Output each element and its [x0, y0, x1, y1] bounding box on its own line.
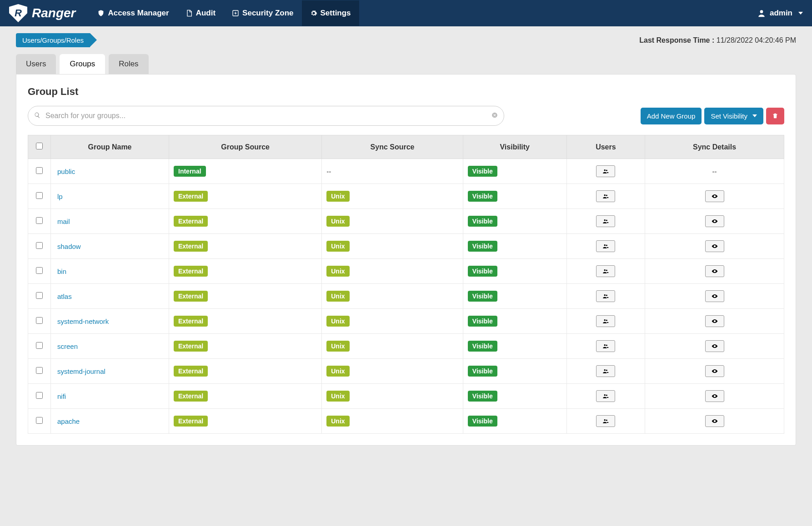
sync-details-button[interactable]: [705, 365, 724, 377]
row-checkbox[interactable]: [36, 417, 43, 424]
group-name-link[interactable]: screen: [57, 342, 78, 350]
row-checkbox[interactable]: [36, 192, 43, 199]
tab-roles[interactable]: Roles: [109, 54, 148, 74]
row-checkbox[interactable]: [36, 367, 43, 374]
user-icon: [757, 9, 766, 18]
user-menu[interactable]: admin: [757, 9, 803, 18]
group-source-badge: External: [174, 191, 208, 202]
sync-details-button[interactable]: [705, 190, 724, 202]
brand-text: Ranger: [32, 6, 75, 20]
eye-icon: [711, 393, 719, 399]
add-new-group-button[interactable]: Add New Group: [641, 108, 702, 124]
table-row: mailExternalUnixVisible: [28, 209, 784, 234]
header-group-source: Group Source: [169, 135, 322, 159]
view-users-button[interactable]: [596, 340, 615, 352]
row-checkbox[interactable]: [36, 167, 43, 174]
view-users-button[interactable]: [596, 215, 615, 227]
row-checkbox[interactable]: [36, 217, 43, 224]
groups-table: Group Name Group Source Sync Source Visi…: [28, 135, 784, 434]
nav-item-audit[interactable]: Audit: [177, 0, 224, 26]
group-name-link[interactable]: apache: [57, 417, 80, 425]
group-source-badge: External: [174, 316, 208, 327]
sync-details-button[interactable]: [705, 215, 724, 227]
users-icon: [601, 218, 610, 224]
group-source-badge: External: [174, 341, 208, 352]
file-icon: [185, 10, 193, 17]
user-label: admin: [770, 9, 792, 18]
sync-source-badge: Unix: [326, 216, 349, 227]
search-icon: [34, 112, 40, 120]
sync-details-button[interactable]: [705, 390, 724, 402]
table-row: atlasExternalUnixVisible: [28, 284, 784, 309]
sync-details-button[interactable]: [705, 415, 724, 427]
delete-button[interactable]: [766, 108, 784, 124]
table-row: systemd-networkExternalUnixVisible: [28, 309, 784, 334]
nav-item-settings[interactable]: Settings: [302, 0, 359, 26]
sync-details-button[interactable]: [705, 290, 724, 302]
view-users-button[interactable]: [596, 290, 615, 302]
sync-source-value: --: [326, 168, 331, 175]
table-row: publicInternal--Visible--: [28, 159, 784, 184]
row-checkbox[interactable]: [36, 317, 43, 324]
row-checkbox[interactable]: [36, 392, 43, 399]
group-source-badge: External: [174, 366, 208, 377]
nav-item-access-manager[interactable]: Access Manager: [89, 0, 177, 26]
view-users-button[interactable]: [596, 415, 615, 427]
sync-details-button[interactable]: [705, 315, 724, 327]
search-input[interactable]: [28, 106, 504, 126]
group-name-link[interactable]: systemd-journal: [57, 367, 105, 375]
users-icon: [601, 268, 610, 274]
sync-details-value: --: [712, 168, 717, 175]
row-checkbox[interactable]: [36, 242, 43, 249]
caret-down-icon: [752, 114, 757, 117]
brand[interactable]: R Ranger: [9, 4, 75, 22]
row-checkbox[interactable]: [36, 292, 43, 299]
group-name-link[interactable]: nifi: [57, 392, 66, 400]
sync-details-button[interactable]: [705, 265, 724, 277]
row-checkbox[interactable]: [36, 342, 43, 349]
tab-users[interactable]: Users: [16, 54, 56, 74]
row-checkbox[interactable]: [36, 267, 43, 274]
table-row: apacheExternalUnixVisible: [28, 409, 784, 434]
tab-groups[interactable]: Groups: [60, 54, 105, 74]
view-users-button[interactable]: [596, 365, 615, 377]
sync-source-badge: Unix: [326, 191, 349, 202]
nav-item-security-zone[interactable]: Security Zone: [224, 0, 301, 26]
view-users-button[interactable]: [596, 240, 615, 252]
view-users-button[interactable]: [596, 315, 615, 327]
table-row: screenExternalUnixVisible: [28, 334, 784, 359]
sync-details-button[interactable]: [705, 340, 724, 352]
view-users-button[interactable]: [596, 265, 615, 277]
users-icon: [601, 293, 610, 299]
eye-icon: [711, 243, 719, 249]
sync-details-button[interactable]: [705, 240, 724, 252]
group-name-link[interactable]: mail: [57, 218, 70, 225]
select-all-checkbox[interactable]: [36, 143, 43, 149]
view-users-button[interactable]: [596, 190, 615, 202]
group-name-link[interactable]: bin: [57, 268, 66, 275]
set-visibility-button[interactable]: Set Visibility: [704, 108, 763, 124]
group-name-link[interactable]: lp: [57, 193, 63, 200]
top-navbar: R Ranger Access ManagerAuditSecurity Zon…: [0, 0, 812, 26]
response-time-label: Last Response Time :: [639, 36, 714, 44]
view-users-button[interactable]: [596, 165, 615, 177]
group-name-link[interactable]: systemd-network: [57, 318, 109, 325]
breadcrumb[interactable]: Users/Groups/Roles: [16, 33, 90, 47]
header-sync-source: Sync Source: [322, 135, 463, 159]
table-row: binExternalUnixVisible: [28, 259, 784, 284]
group-source-badge: External: [174, 416, 208, 427]
eye-icon: [711, 368, 719, 374]
visibility-badge: Visible: [468, 216, 497, 227]
visibility-badge: Visible: [468, 416, 497, 427]
header-group-name: Group Name: [51, 135, 169, 159]
group-name-link[interactable]: shadow: [57, 243, 81, 250]
users-icon: [601, 418, 610, 424]
view-users-button[interactable]: [596, 390, 615, 402]
group-name-link[interactable]: atlas: [57, 293, 72, 300]
group-source-badge: External: [174, 216, 208, 227]
users-icon: [601, 193, 610, 199]
sync-source-badge: Unix: [326, 291, 349, 302]
group-name-link[interactable]: public: [57, 168, 75, 175]
clear-search-icon[interactable]: [491, 112, 498, 120]
eye-icon: [711, 193, 719, 199]
